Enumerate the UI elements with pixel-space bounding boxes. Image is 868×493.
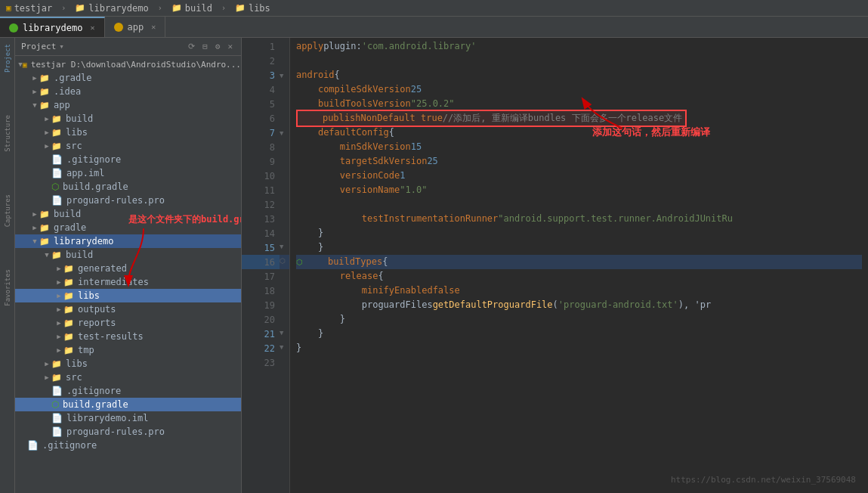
- tree-item-app-libs[interactable]: ▶ 📁 libs: [15, 126, 241, 139]
- panel-title: Project: [21, 42, 56, 51]
- file-icon-iml2: 📄: [51, 413, 63, 423]
- fold-3[interactable]: ▼: [280, 72, 283, 79]
- folder-icon-lib-build: 📁: [51, 250, 62, 260]
- tree-item-app-gradle[interactable]: ▶ ⬡ build.gradle: [15, 180, 241, 194]
- tree-item-libs-highlighted[interactable]: ▶ 📁 libs: [15, 289, 241, 302]
- code-line-20: }: [296, 312, 862, 327]
- code-line-23: [296, 355, 862, 370]
- panel-toolbar: ⟳ ⊟ ⚙ ✕: [186, 41, 235, 52]
- folder-icon2: 📁: [171, 3, 182, 13]
- title-libs: 📁 libs: [235, 3, 270, 14]
- folder-icon-librarydemo: 📁: [39, 237, 50, 246]
- code-line-19: proguardFiles getDefaultProguardFile('pr…: [296, 298, 862, 312]
- tree-item-librarydemo-build[interactable]: ▼ 📁 build: [15, 248, 241, 262]
- code-line-7: defaultConfig {: [296, 126, 862, 140]
- structure-icon[interactable]: Structure: [4, 115, 11, 152]
- line-num-9: 9: [242, 154, 280, 169]
- tree-item-intermediates[interactable]: ▶ 📁 intermediates: [15, 275, 241, 289]
- folder-icon-generated: 📁: [63, 264, 74, 274]
- tree-item-testjar[interactable]: ▼ ▣ testjar D:\download\AndroidStudio\An…: [15, 57, 241, 71]
- folder-icon-gradle: 📁: [39, 73, 50, 83]
- tree-item-lib-gradle[interactable]: ▶ ⬡ build.gradle: [15, 398, 241, 411]
- code-line-10: versionCode 1: [296, 169, 862, 183]
- file-annotation: 是这个文件夹下的build.gradlew文件: [128, 213, 242, 226]
- folder-icon-app-src: 📁: [51, 141, 62, 151]
- line-num-3: 3: [242, 68, 280, 82]
- code-line-16: ⬡ buildTypes {: [296, 255, 862, 269]
- close-panel-btn[interactable]: ✕: [225, 41, 235, 52]
- tree-item-test-results[interactable]: ▶ 📁 test-results: [15, 330, 241, 343]
- code-line-21: }: [296, 327, 862, 341]
- line-num-4: 4: [242, 82, 280, 97]
- folder-icon-idea: 📁: [39, 87, 50, 97]
- tree-item-app-gitignore[interactable]: ▶ 📄 .gitignore: [15, 153, 241, 166]
- tree-item-idea[interactable]: ▶ 📁 .idea: [15, 85, 241, 98]
- line-num-15: 15: [242, 240, 280, 255]
- folder-icon3: 📁: [235, 3, 246, 13]
- line-num-20: 20: [242, 312, 280, 327]
- tree-item-lib-gitignore[interactable]: ▶ 📄 .gitignore: [15, 384, 241, 398]
- tree-item-reports[interactable]: ▶ 📁 reports: [15, 316, 241, 330]
- tab-close-app[interactable]: ✕: [151, 23, 156, 31]
- captures-icon[interactable]: Captures: [4, 194, 11, 227]
- tree-item-tmp[interactable]: ▶ 📁 tmp: [15, 343, 241, 357]
- code-editor: 1 2 3 4 5 6 7 8 9 10 11 12 13 14 15 16 1…: [242, 38, 868, 493]
- code-line-9: targetSdkVersion 25: [296, 154, 862, 169]
- code-line-22: }: [296, 341, 862, 355]
- fold-21[interactable]: ▼: [280, 329, 283, 336]
- fold-16[interactable]: ⬡: [280, 257, 286, 265]
- line-num-5: 5: [242, 97, 280, 111]
- folder-icon-gradle-root: 📁: [39, 223, 50, 233]
- code-line-12: [296, 197, 862, 212]
- code-line-6: publishNonDefault true//添加后, 重新编译bundles…: [296, 111, 862, 126]
- panel-dropdown[interactable]: ▾: [59, 42, 64, 51]
- jar-icon-testjar: ▣: [23, 60, 27, 69]
- tree-item-lib-iml[interactable]: ▶ 📄 librarydemo.iml: [15, 411, 241, 425]
- line-num-14: 14: [242, 226, 280, 240]
- folder-icon-app-build: 📁: [51, 114, 62, 124]
- panel-header: Project ▾ ⟳ ⊟ ⚙ ✕: [15, 38, 241, 56]
- folder-icon-app-libs: 📁: [51, 128, 62, 138]
- tab-app[interactable]: app ✕: [105, 17, 166, 37]
- tree-item-root-gitignore[interactable]: ▶ 📄 .gitignore: [15, 439, 241, 452]
- fold-22[interactable]: ▼: [280, 343, 283, 351]
- line-num-10: 10: [242, 169, 280, 183]
- settings-btn[interactable]: ⚙: [213, 41, 223, 52]
- tree-item-gradle[interactable]: ▶ 📁 .gradle: [15, 71, 241, 85]
- tree-item-app-iml[interactable]: ▶ 📄 app.iml: [15, 166, 241, 180]
- folder-icon: 📁: [75, 3, 85, 13]
- tree-item-lib-libs[interactable]: ▶ 📁 libs: [15, 357, 241, 371]
- tab-close-librarydemo[interactable]: ✕: [90, 23, 94, 32]
- project-icon[interactable]: Project: [4, 44, 11, 73]
- tree-item-lib-src[interactable]: ▶ 📁 src: [15, 371, 241, 384]
- tree-item-outputs[interactable]: ▶ 📁 outputs: [15, 302, 241, 316]
- tree-item-app-src[interactable]: ▶ 📁 src: [15, 139, 241, 153]
- fold-15[interactable]: ▼: [280, 243, 283, 250]
- tree-item-lib-proguard[interactable]: ▶ 📄 proguard-rules.pro: [15, 425, 241, 439]
- line-num-8: 8: [242, 140, 280, 154]
- gradle-icon1: ⬡: [51, 181, 59, 192]
- project-panel: Project ▾ ⟳ ⊟ ⚙ ✕ ▼ ▣ testjar D:\downloa…: [15, 38, 242, 493]
- line-num-19: 19: [242, 298, 280, 312]
- proguard-icon2: 📄: [51, 426, 63, 437]
- sync-btn[interactable]: ⟳: [186, 41, 197, 52]
- main-layout: Project Structure Captures Favorites Pro…: [0, 38, 868, 493]
- code-content[interactable]: apply plugin: 'com.android.library' andr…: [290, 38, 868, 493]
- code-line-11: versionName "1.0": [296, 183, 862, 197]
- tree-item-librarydemo[interactable]: ▼ 📁 librarydemo: [15, 234, 241, 248]
- tree-item-app-build[interactable]: ▶ 📁 build: [15, 112, 241, 126]
- left-panel-icons: Project Structure Captures Favorites: [0, 38, 15, 493]
- tree-item-app-proguard[interactable]: ▶ 📄 proguard-rules.pro: [15, 194, 241, 207]
- line-num-2: 2: [242, 54, 280, 68]
- tab-bar: librarydemo ✕ app ✕: [0, 17, 868, 38]
- folder-icon-lib-src: 📁: [51, 373, 62, 383]
- fold-7[interactable]: ▼: [280, 129, 283, 137]
- collapse-btn[interactable]: ⊟: [200, 41, 210, 52]
- code-line-14: }: [296, 226, 862, 240]
- folder-icon-build: 📁: [39, 209, 50, 219]
- tab-icon-orange: [114, 23, 123, 32]
- tab-librarydemo[interactable]: librarydemo ✕: [0, 17, 105, 37]
- tree-item-app[interactable]: ▼ 📁 app: [15, 98, 241, 112]
- tree-item-generated[interactable]: ▶ 📁 generated: [15, 262, 241, 275]
- favorites-icon[interactable]: Favorites: [4, 269, 11, 306]
